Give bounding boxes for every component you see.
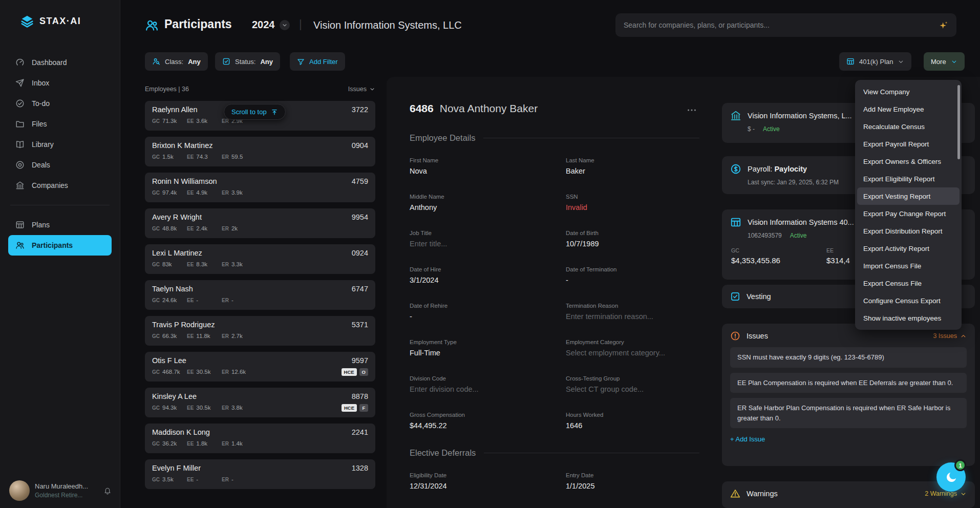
scroll-to-top-button[interactable]: Scroll to top (224, 104, 286, 120)
menu-item[interactable]: Export Payroll Report (855, 135, 962, 153)
company-name[interactable]: Vision Information Systems, LLC (313, 19, 462, 31)
payroll-icon (730, 163, 741, 175)
field-value[interactable]: Enter termination reason... (566, 312, 699, 321)
more-button-label: More (931, 58, 946, 66)
participants-icon (145, 18, 159, 32)
sidebar-item[interactable]: Deals (8, 155, 112, 175)
menu-item[interactable]: Export Pay Change Report (855, 205, 962, 222)
moon-icon (945, 471, 958, 484)
sidebar-item[interactable]: Participants (8, 235, 112, 256)
employee-stats: GC3.5k EE- ER- (152, 476, 257, 482)
sidebar-item[interactable]: Library (8, 134, 112, 155)
employee-row[interactable]: Brixton K Martinez GC1.5k EE74.3 ER59.5 … (145, 137, 375, 166)
field-value[interactable]: Select CT group code... (566, 385, 699, 393)
field-value[interactable]: Enter title... (410, 240, 566, 248)
menu-item[interactable]: Recalculate Census (855, 118, 962, 135)
add-issue-link[interactable]: + Add Issue (730, 435, 765, 443)
field-label: Entry Date (566, 472, 699, 478)
menu-item[interactable]: Export Census File (855, 274, 962, 292)
field: Date of Birth 10/7/1989 (566, 230, 699, 248)
employee-row[interactable]: Kinsley A Lee GC94.3k EE30.5k ER3.8k 887… (145, 388, 375, 417)
field-value[interactable]: Anthony (410, 203, 566, 211)
sidebar-item[interactable]: Companies (8, 175, 112, 196)
more-button[interactable]: More (924, 52, 965, 71)
scroll-to-top-label: Scroll to top (231, 108, 267, 116)
sidebar-nav: Dashboard Inbox To-do Files Library Deal… (8, 52, 112, 256)
plan-id: 1062493579 (748, 232, 782, 239)
sidebar-item[interactable]: Plans (8, 215, 112, 235)
issues-card: Issues 3 Issues SSN must have exactly 9 … (722, 324, 975, 466)
field-value[interactable]: Full-Time (410, 349, 566, 357)
class-filter-chip[interactable]: Class: Any (145, 52, 208, 71)
employee-issues-sort[interactable]: Issues (348, 86, 375, 93)
plan-gc-label: GC (731, 247, 826, 253)
employee-stats: GC1.5k EE74.3 ER59.5 (152, 154, 257, 160)
menu-item[interactable]: View Company (855, 83, 962, 100)
menu-item[interactable]: Export Owners & Officers (855, 153, 962, 170)
field-value[interactable]: Nova (410, 167, 566, 175)
sidebar-item[interactable]: Files (8, 114, 112, 134)
field-value[interactable]: 1/1/2025 (566, 482, 699, 490)
plan-selector-label: 401(k) Plan (859, 58, 893, 66)
field-value[interactable]: Invalid (566, 203, 699, 211)
employee-row[interactable]: Taelyn Nash GC24.6k EE- ER- 6747 (145, 280, 375, 310)
field-value[interactable]: 12/31/2024 (410, 482, 566, 490)
search-input[interactable] (624, 21, 933, 29)
menu-item[interactable]: Export Activity Report (855, 240, 962, 257)
field-label: Date of Termination (566, 266, 699, 272)
year-value: 2024 (252, 19, 275, 31)
more-dropdown-menu: View CompanyAdd New EmployeeRecalculate … (855, 80, 962, 330)
field-value[interactable]: 10/7/1989 (566, 240, 699, 248)
field-value[interactable]: 3/1/2024 (410, 276, 566, 284)
user-name: Naru Muraleedh... (35, 482, 88, 490)
field-value[interactable]: Baker (566, 167, 699, 175)
menu-item[interactable]: Import Census File (855, 257, 962, 274)
field-value[interactable]: - (410, 312, 566, 321)
plan-selector-button[interactable]: 401(k) Plan (839, 52, 911, 71)
employee-row[interactable]: Travis P Rodriguez GC66.3k EE11.8k ER2.7… (145, 316, 375, 346)
payroll-last-sync: Last sync: Jan 29, 2025, 6:32 PM (748, 179, 839, 186)
field-value[interactable]: $44,495.22 (410, 421, 566, 430)
field-value[interactable]: - (566, 276, 699, 284)
menu-item[interactable]: Show inactive employees (855, 309, 962, 327)
menu-item[interactable]: Export Vesting Report (857, 187, 960, 205)
employee-row[interactable]: Evelyn F Miller GC3.5k EE- ER- 1328 (145, 459, 375, 489)
sidebar-item[interactable]: Inbox (8, 73, 112, 93)
user-profile[interactable]: Naru Muraleedh... Goldnest Retire... (9, 480, 112, 501)
employee-stats: GC97.4k EE4.9k ER3.9k (152, 189, 257, 196)
employee-badges: HCEF (342, 404, 368, 412)
sidebar-item-label: Dashboard (32, 58, 67, 67)
menu-scrollbar[interactable] (957, 85, 960, 159)
detail-overflow-menu-icon[interactable] (686, 104, 697, 116)
issues-count-toggle[interactable]: 3 Issues (933, 332, 967, 340)
menu-item[interactable]: Export Eligibility Report (855, 170, 962, 187)
employee-count: Employees | 36 (145, 86, 189, 93)
employee-row[interactable]: Maddison K Long GC36.2k EE1.8k ER1.4k 22… (145, 424, 375, 453)
employee-row[interactable]: Lexi L Martinez GC83k EE8.3k ER3.3k 0924 (145, 244, 375, 274)
add-filter-button[interactable]: Add Filter (290, 52, 345, 71)
sidebar-item[interactable]: To-do (8, 93, 112, 114)
notification-bell-icon[interactable] (103, 486, 112, 495)
year-selector[interactable]: 2024 (252, 19, 290, 31)
menu-item[interactable]: Configure Census Export (855, 292, 962, 309)
status-filter-chip[interactable]: Status: Any (215, 52, 280, 71)
employee-row[interactable]: Avery R Wright GC48.8k EE2.4k ER2k 9954 (145, 208, 375, 238)
menu-item[interactable]: Export Distribution Report (855, 222, 962, 240)
field: Date of Rehire - (410, 303, 566, 321)
field-value[interactable]: Enter division code... (410, 385, 566, 393)
table-icon (846, 57, 855, 66)
field-value[interactable]: Select employment category... (566, 349, 699, 357)
employee-row[interactable]: Otis F Lee GC468.7k EE30.5k ER12.6k 9597… (145, 352, 375, 382)
warnings-count-toggle[interactable]: 2 Warnings (925, 490, 967, 497)
sidebar-item-label: To-do (32, 99, 50, 108)
ai-sparkle-icon[interactable] (939, 20, 948, 30)
menu-item[interactable]: Add New Employee (855, 100, 962, 118)
sidebar-item-icon (15, 58, 25, 67)
employee-detail-panel: 6486 Nova Anthony Baker Employee Details… (410, 102, 699, 490)
employee-row[interactable]: Ronin N Williamson GC97.4k EE4.9k ER3.9k… (145, 173, 375, 202)
sidebar-item-label: Inbox (32, 79, 49, 87)
employee-stats: GC66.3k EE11.8k ER2.7k (152, 333, 257, 339)
fab-notification-badge: 1 (954, 459, 966, 471)
sidebar-item[interactable]: Dashboard (8, 52, 112, 73)
field-value[interactable]: 1646 (566, 421, 699, 430)
